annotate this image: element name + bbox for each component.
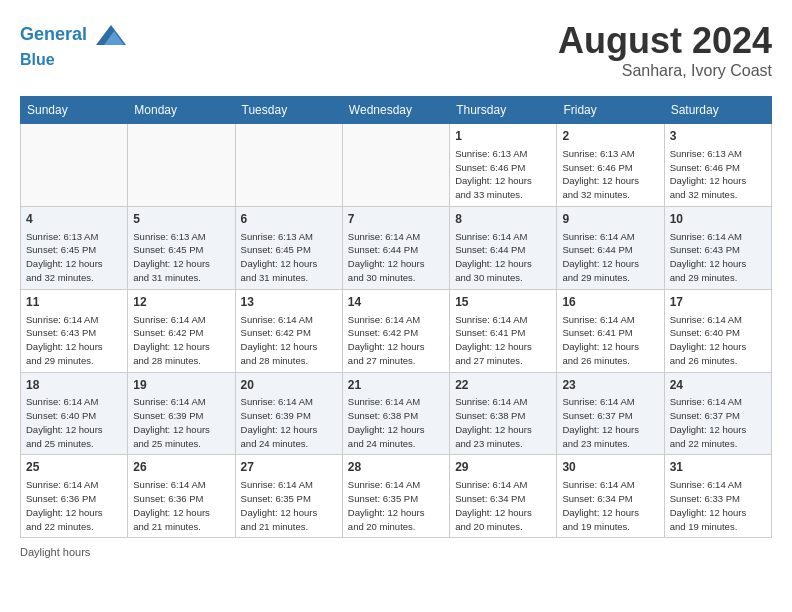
table-row: 1Sunrise: 6:13 AM Sunset: 6:46 PM Daylig… bbox=[450, 124, 557, 207]
day-number: 28 bbox=[348, 459, 444, 476]
day-number: 9 bbox=[562, 211, 658, 228]
table-row: 27Sunrise: 6:14 AM Sunset: 6:35 PM Dayli… bbox=[235, 455, 342, 538]
day-info: Sunrise: 6:14 AM Sunset: 6:33 PM Dayligh… bbox=[670, 478, 766, 533]
day-info: Sunrise: 6:14 AM Sunset: 6:35 PM Dayligh… bbox=[241, 478, 337, 533]
day-info: Sunrise: 6:14 AM Sunset: 6:43 PM Dayligh… bbox=[670, 230, 766, 285]
table-row: 31Sunrise: 6:14 AM Sunset: 6:33 PM Dayli… bbox=[664, 455, 771, 538]
table-row bbox=[128, 124, 235, 207]
table-row: 19Sunrise: 6:14 AM Sunset: 6:39 PM Dayli… bbox=[128, 372, 235, 455]
table-row: 6Sunrise: 6:13 AM Sunset: 6:45 PM Daylig… bbox=[235, 206, 342, 289]
day-info: Sunrise: 6:14 AM Sunset: 6:38 PM Dayligh… bbox=[455, 395, 551, 450]
calendar-week-row: 25Sunrise: 6:14 AM Sunset: 6:36 PM Dayli… bbox=[21, 455, 772, 538]
table-row: 16Sunrise: 6:14 AM Sunset: 6:41 PM Dayli… bbox=[557, 289, 664, 372]
day-info: Sunrise: 6:14 AM Sunset: 6:35 PM Dayligh… bbox=[348, 478, 444, 533]
title-block: August 2024 Sanhara, Ivory Coast bbox=[558, 20, 772, 80]
table-row: 9Sunrise: 6:14 AM Sunset: 6:44 PM Daylig… bbox=[557, 206, 664, 289]
day-number: 5 bbox=[133, 211, 229, 228]
day-number: 23 bbox=[562, 377, 658, 394]
col-monday: Monday bbox=[128, 97, 235, 124]
day-info: Sunrise: 6:14 AM Sunset: 6:34 PM Dayligh… bbox=[455, 478, 551, 533]
calendar-table: Sunday Monday Tuesday Wednesday Thursday… bbox=[20, 96, 772, 538]
logo-blue: Blue bbox=[20, 50, 126, 69]
col-friday: Friday bbox=[557, 97, 664, 124]
day-info: Sunrise: 6:13 AM Sunset: 6:45 PM Dayligh… bbox=[26, 230, 122, 285]
calendar-week-row: 18Sunrise: 6:14 AM Sunset: 6:40 PM Dayli… bbox=[21, 372, 772, 455]
day-info: Sunrise: 6:14 AM Sunset: 6:44 PM Dayligh… bbox=[455, 230, 551, 285]
day-info: Sunrise: 6:14 AM Sunset: 6:42 PM Dayligh… bbox=[133, 313, 229, 368]
day-info: Sunrise: 6:13 AM Sunset: 6:46 PM Dayligh… bbox=[455, 147, 551, 202]
day-info: Sunrise: 6:14 AM Sunset: 6:43 PM Dayligh… bbox=[26, 313, 122, 368]
day-info: Sunrise: 6:14 AM Sunset: 6:44 PM Dayligh… bbox=[562, 230, 658, 285]
table-row: 21Sunrise: 6:14 AM Sunset: 6:38 PM Dayli… bbox=[342, 372, 449, 455]
table-row: 24Sunrise: 6:14 AM Sunset: 6:37 PM Dayli… bbox=[664, 372, 771, 455]
day-info: Sunrise: 6:14 AM Sunset: 6:40 PM Dayligh… bbox=[670, 313, 766, 368]
calendar-week-row: 11Sunrise: 6:14 AM Sunset: 6:43 PM Dayli… bbox=[21, 289, 772, 372]
day-info: Sunrise: 6:14 AM Sunset: 6:39 PM Dayligh… bbox=[133, 395, 229, 450]
day-number: 7 bbox=[348, 211, 444, 228]
table-row bbox=[21, 124, 128, 207]
day-info: Sunrise: 6:14 AM Sunset: 6:42 PM Dayligh… bbox=[241, 313, 337, 368]
day-number: 29 bbox=[455, 459, 551, 476]
table-row: 13Sunrise: 6:14 AM Sunset: 6:42 PM Dayli… bbox=[235, 289, 342, 372]
day-number: 1 bbox=[455, 128, 551, 145]
table-row: 18Sunrise: 6:14 AM Sunset: 6:40 PM Dayli… bbox=[21, 372, 128, 455]
calendar-week-row: 4Sunrise: 6:13 AM Sunset: 6:45 PM Daylig… bbox=[21, 206, 772, 289]
table-row: 12Sunrise: 6:14 AM Sunset: 6:42 PM Dayli… bbox=[128, 289, 235, 372]
day-number: 13 bbox=[241, 294, 337, 311]
day-number: 15 bbox=[455, 294, 551, 311]
day-number: 4 bbox=[26, 211, 122, 228]
day-number: 2 bbox=[562, 128, 658, 145]
table-row: 4Sunrise: 6:13 AM Sunset: 6:45 PM Daylig… bbox=[21, 206, 128, 289]
day-number: 30 bbox=[562, 459, 658, 476]
table-row: 29Sunrise: 6:14 AM Sunset: 6:34 PM Dayli… bbox=[450, 455, 557, 538]
day-number: 27 bbox=[241, 459, 337, 476]
day-number: 12 bbox=[133, 294, 229, 311]
logo-icon bbox=[96, 20, 126, 50]
day-info: Sunrise: 6:14 AM Sunset: 6:37 PM Dayligh… bbox=[670, 395, 766, 450]
table-row: 15Sunrise: 6:14 AM Sunset: 6:41 PM Dayli… bbox=[450, 289, 557, 372]
day-number: 10 bbox=[670, 211, 766, 228]
col-wednesday: Wednesday bbox=[342, 97, 449, 124]
day-number: 26 bbox=[133, 459, 229, 476]
day-number: 19 bbox=[133, 377, 229, 394]
col-tuesday: Tuesday bbox=[235, 97, 342, 124]
page-header: General Blue August 2024 Sanhara, Ivory … bbox=[20, 20, 772, 80]
day-info: Sunrise: 6:14 AM Sunset: 6:44 PM Dayligh… bbox=[348, 230, 444, 285]
col-thursday: Thursday bbox=[450, 97, 557, 124]
day-info: Sunrise: 6:14 AM Sunset: 6:42 PM Dayligh… bbox=[348, 313, 444, 368]
calendar-week-row: 1Sunrise: 6:13 AM Sunset: 6:46 PM Daylig… bbox=[21, 124, 772, 207]
table-row: 8Sunrise: 6:14 AM Sunset: 6:44 PM Daylig… bbox=[450, 206, 557, 289]
day-info: Sunrise: 6:14 AM Sunset: 6:36 PM Dayligh… bbox=[133, 478, 229, 533]
day-info: Sunrise: 6:13 AM Sunset: 6:45 PM Dayligh… bbox=[241, 230, 337, 285]
day-info: Sunrise: 6:14 AM Sunset: 6:37 PM Dayligh… bbox=[562, 395, 658, 450]
table-row: 11Sunrise: 6:14 AM Sunset: 6:43 PM Dayli… bbox=[21, 289, 128, 372]
day-info: Sunrise: 6:14 AM Sunset: 6:41 PM Dayligh… bbox=[562, 313, 658, 368]
day-number: 8 bbox=[455, 211, 551, 228]
table-row: 20Sunrise: 6:14 AM Sunset: 6:39 PM Dayli… bbox=[235, 372, 342, 455]
table-row: 7Sunrise: 6:14 AM Sunset: 6:44 PM Daylig… bbox=[342, 206, 449, 289]
day-number: 6 bbox=[241, 211, 337, 228]
day-info: Sunrise: 6:14 AM Sunset: 6:40 PM Dayligh… bbox=[26, 395, 122, 450]
day-info: Sunrise: 6:14 AM Sunset: 6:34 PM Dayligh… bbox=[562, 478, 658, 533]
day-number: 3 bbox=[670, 128, 766, 145]
table-row: 28Sunrise: 6:14 AM Sunset: 6:35 PM Dayli… bbox=[342, 455, 449, 538]
day-number: 22 bbox=[455, 377, 551, 394]
day-info: Sunrise: 6:14 AM Sunset: 6:36 PM Dayligh… bbox=[26, 478, 122, 533]
logo: General Blue bbox=[20, 20, 126, 69]
day-number: 14 bbox=[348, 294, 444, 311]
table-row: 17Sunrise: 6:14 AM Sunset: 6:40 PM Dayli… bbox=[664, 289, 771, 372]
table-row: 22Sunrise: 6:14 AM Sunset: 6:38 PM Dayli… bbox=[450, 372, 557, 455]
location-subtitle: Sanhara, Ivory Coast bbox=[558, 62, 772, 80]
table-row: 10Sunrise: 6:14 AM Sunset: 6:43 PM Dayli… bbox=[664, 206, 771, 289]
table-row: 3Sunrise: 6:13 AM Sunset: 6:46 PM Daylig… bbox=[664, 124, 771, 207]
table-row: 26Sunrise: 6:14 AM Sunset: 6:36 PM Dayli… bbox=[128, 455, 235, 538]
table-row: 14Sunrise: 6:14 AM Sunset: 6:42 PM Dayli… bbox=[342, 289, 449, 372]
day-number: 25 bbox=[26, 459, 122, 476]
table-row bbox=[342, 124, 449, 207]
day-number: 21 bbox=[348, 377, 444, 394]
day-number: 24 bbox=[670, 377, 766, 394]
footer-note: Daylight hours bbox=[20, 546, 772, 558]
day-number: 17 bbox=[670, 294, 766, 311]
col-sunday: Sunday bbox=[21, 97, 128, 124]
day-info: Sunrise: 6:14 AM Sunset: 6:39 PM Dayligh… bbox=[241, 395, 337, 450]
